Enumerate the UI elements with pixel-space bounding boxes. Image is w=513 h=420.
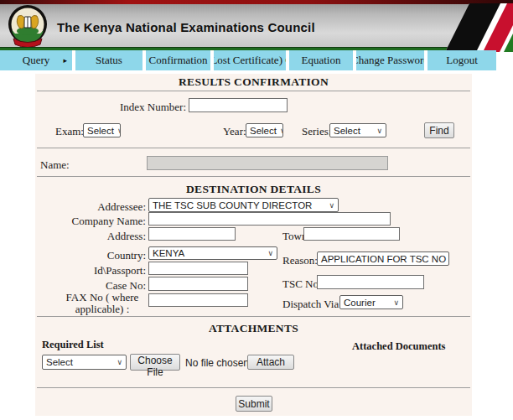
nav-change-password[interactable]: Change Password: [356, 50, 424, 70]
id-passport-label: Id\Passport:: [62, 264, 146, 277]
exam-label: Exam:: [55, 125, 84, 138]
country-select[interactable]: KENYA ∨: [148, 246, 277, 260]
index-number-input[interactable]: [189, 98, 288, 112]
divider: [37, 316, 470, 317]
kenya-flag-stripes: [421, 3, 513, 52]
series-select[interactable]: Select ∨: [329, 123, 386, 137]
fax-no-input[interactable]: [148, 293, 248, 307]
nav-lost-certificate[interactable]: (Lost Certificate) C: [214, 50, 286, 70]
page-title: The Kenya National Examinations Council: [57, 20, 315, 34]
name-input: [147, 156, 388, 170]
series-label: Series:: [302, 125, 331, 138]
attach-button[interactable]: Attach: [247, 355, 294, 370]
chevron-down-icon: ∨: [267, 249, 273, 257]
required-list-select-value: Select: [46, 357, 73, 367]
divider: [37, 387, 470, 388]
chevron-down-icon: ∨: [376, 127, 382, 135]
find-button[interactable]: Find: [424, 122, 454, 138]
exam-select[interactable]: Select ∨: [83, 123, 121, 137]
chevron-down-icon: ∨: [393, 298, 399, 307]
submenu-arrow-icon: ▸: [63, 55, 67, 65]
year-label: Year:: [223, 125, 246, 138]
required-list-select[interactable]: Select ∨: [42, 355, 127, 370]
chevron-down-icon: ∨: [329, 201, 334, 210]
nav-change-password-label: Change Password: [356, 54, 424, 67]
fax-no-label: FAX No ( where applicable) :: [59, 292, 146, 315]
destination-details-heading: DESTINATION DETAILS: [35, 183, 472, 196]
tsc-no-label: TSC No:: [282, 277, 322, 291]
reason-label: Reason:: [282, 254, 318, 267]
address-label: Address:: [62, 230, 146, 243]
nav-query-label: Query: [23, 54, 50, 67]
results-confirmation-form: RESULTS CONFIRMATION Index Number: Exam:…: [35, 74, 472, 416]
divider: [37, 148, 470, 148]
chevron-down-icon: ∨: [117, 358, 122, 366]
nav-status-label: Status: [96, 54, 122, 67]
index-number-label: Index Number:: [112, 101, 186, 114]
nav-query[interactable]: Query ▸: [0, 50, 72, 70]
addressee-label: Addressee:: [62, 200, 146, 214]
choose-file-button[interactable]: Choose File: [130, 354, 180, 371]
divider: [37, 91, 470, 91]
nav-lost-certificate-label: (Lost Certificate) C: [214, 54, 286, 67]
nav-confirmation-label: Confirmation: [148, 54, 207, 67]
knec-logo: [7, 3, 49, 49]
attached-documents-label: Attached Documents: [352, 340, 445, 353]
submit-button[interactable]: Submit: [236, 396, 272, 412]
nav-logout-label: Logout: [446, 54, 478, 67]
nav-equation[interactable]: Equation: [289, 50, 353, 70]
dispatch-via-select-value: Courier: [344, 298, 376, 308]
country-label: Country:: [62, 249, 146, 262]
chevron-down-icon: ∨: [280, 127, 283, 135]
dispatch-via-label: Dispatch Via :: [282, 298, 345, 311]
nav-logout[interactable]: Logout: [428, 50, 496, 70]
addressee-select-value: THE TSC SUB COUNTY DIRECTOR: [153, 200, 312, 210]
country-select-value: KENYA: [153, 248, 184, 258]
no-file-chosen-text: No file chosen: [185, 357, 249, 369]
year-select[interactable]: Select ∨: [246, 123, 283, 137]
reason-select-value: APPLICATION FOR TSC NO: [321, 254, 446, 264]
town-input[interactable]: [303, 227, 400, 241]
id-passport-input[interactable]: [148, 262, 248, 275]
results-confirmation-heading: RESULTS CONFIRMATION: [35, 75, 472, 89]
reason-select[interactable]: APPLICATION FOR TSC NO ∨: [317, 251, 449, 266]
required-list-label: Required List: [42, 339, 104, 351]
nav-status[interactable]: Status: [75, 50, 142, 70]
case-no-input[interactable]: [148, 277, 248, 291]
addressee-select[interactable]: THE TSC SUB COUNTY DIRECTOR ∨: [148, 198, 339, 212]
company-name-label: Company Name:: [62, 215, 146, 228]
name-label: Name:: [40, 158, 70, 172]
chevron-down-icon: ∨: [117, 127, 121, 135]
series-select-value: Select: [334, 126, 360, 136]
attachments-heading: ATTACHMENTS: [35, 322, 472, 335]
dispatch-via-select[interactable]: Courier ∨: [339, 295, 403, 309]
address-input[interactable]: [148, 227, 236, 241]
nav-equation-label: Equation: [302, 54, 341, 67]
main-nav: Query ▸ Status Confirmation (Lost Certif…: [0, 50, 513, 70]
nav-confirmation[interactable]: Confirmation: [146, 50, 210, 70]
tsc-no-input[interactable]: [317, 275, 424, 289]
divider: [37, 176, 470, 177]
year-select-value: Select: [250, 126, 277, 136]
exam-select-value: Select: [87, 126, 114, 136]
company-name-input[interactable]: [148, 212, 391, 226]
